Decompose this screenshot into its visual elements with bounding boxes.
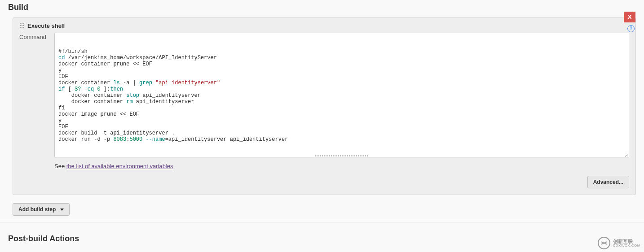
resize-grip-icon[interactable]: [315, 155, 369, 156]
command-line: docker container prune << EOF: [58, 61, 625, 67]
command-line: docker build -t api_identityserver .: [58, 130, 625, 136]
env-help-text: See the list of available environment va…: [54, 163, 629, 169]
command-textarea[interactable]: #!/bin/shcd /var/jenkins_home/workspace/…: [54, 33, 629, 157]
command-line: docker image prune << EOF: [58, 111, 625, 117]
command-line: #!/bin/sh: [58, 48, 625, 55]
chevron-down-icon: [60, 209, 64, 211]
command-line: docker run -d -p 8083:5000 --name=api_id…: [58, 136, 625, 143]
command-line: EOF: [58, 74, 625, 80]
watermark: 创新互联 CDXWCX.COM: [598, 237, 640, 249]
watermark-logo-icon: [598, 237, 610, 249]
drag-handle-icon[interactable]: [19, 23, 24, 29]
build-step-type-label: Execute shell: [27, 22, 65, 29]
add-build-step-button[interactable]: Add build step: [13, 203, 70, 216]
command-line: cd /var/jenkins_home/workspace/API_Ident…: [58, 55, 625, 61]
command-line: docker container rm api_identityserver: [58, 99, 625, 105]
env-vars-link[interactable]: the list of available environment variab…: [66, 163, 173, 169]
build-step-execute-shell: X ? Execute shell Command #!/bin/shcd /v…: [13, 17, 636, 195]
build-section-title: Build: [8, 3, 644, 12]
command-line: docker container ls -a | grep "api_ident…: [58, 80, 625, 86]
command-line: EOF: [58, 124, 625, 130]
command-line: if [ $? -eq 0 ];then: [58, 86, 625, 92]
command-line: docker container stop api_identityserver: [58, 92, 625, 99]
command-line: fi: [58, 105, 625, 111]
command-line: y: [58, 67, 625, 74]
section-divider: [0, 222, 644, 222]
advanced-button[interactable]: Advanced...: [587, 176, 629, 188]
post-build-section-title: Post-build Actions: [8, 234, 644, 243]
command-field-label: Command: [19, 33, 54, 40]
command-line: y: [58, 117, 625, 124]
